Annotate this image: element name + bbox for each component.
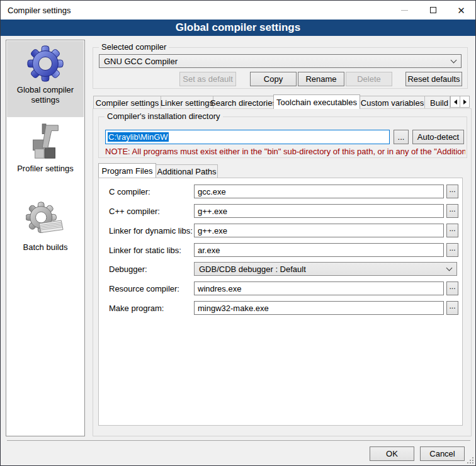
- cancel-button[interactable]: Cancel: [420, 446, 465, 461]
- c-compiler-label: C compiler:: [109, 187, 150, 196]
- caliper-icon: [26, 123, 65, 162]
- dialog-banner: Global compiler settings: [1, 20, 475, 36]
- blue-gear-icon: [26, 44, 65, 83]
- installation-directory-group: Compiler's installation directory C:\ray…: [98, 116, 467, 158]
- installation-directory-input[interactable]: C:\raylib\MinGW: [105, 130, 390, 144]
- cpp-compiler-input[interactable]: [194, 204, 444, 218]
- resource-compiler-browse-button[interactable]: ...: [446, 281, 458, 295]
- selected-path-text: C:\raylib\MinGW: [108, 132, 169, 142]
- program-files-tabs: Program Files Additional Paths: [98, 163, 217, 178]
- resource-compiler-input[interactable]: [194, 281, 444, 295]
- reset-defaults-button[interactable]: Reset defaults: [405, 72, 462, 86]
- footer-divider: [7, 440, 470, 441]
- compiler-select-value: GNU GCC Compiler: [104, 57, 451, 66]
- maximize-button[interactable]: [419, 1, 447, 20]
- tab-scroll-buttons: [451, 96, 470, 108]
- title-bar[interactable]: Compiler settings ✕: [1, 1, 475, 20]
- settings-category-list: Global compiler settings Profiler settin…: [6, 40, 85, 436]
- rename-button[interactable]: Rename: [298, 72, 344, 86]
- arrow-left-icon: [454, 99, 457, 105]
- close-icon: ✕: [457, 6, 465, 15]
- arrow-right-icon: [463, 99, 467, 105]
- tab-program-files[interactable]: Program Files: [98, 163, 156, 178]
- tab-compiler-settings[interactable]: Compiler settings: [93, 96, 161, 109]
- make-program-browse-button[interactable]: ...: [446, 301, 458, 315]
- linker-dynamic-browse-button[interactable]: ...: [446, 224, 458, 237]
- tab-toolchain-executables[interactable]: Toolchain executables: [273, 94, 360, 109]
- compiler-options-tabs: Compiler settings Linker settings Search…: [93, 94, 470, 109]
- chevron-down-icon: [446, 264, 453, 271]
- sidebar-item-profiler-settings[interactable]: Profiler settings: [7, 123, 84, 174]
- debugger-select-value: GDB/CDB debugger : Default: [199, 264, 447, 274]
- resize-grip[interactable]: [467, 457, 474, 464]
- tab-scroll-right-button[interactable]: [460, 96, 470, 108]
- c-compiler-browse-button[interactable]: ...: [446, 185, 458, 198]
- compiler-select[interactable]: GNU GCC Compiler: [99, 54, 462, 68]
- titlebar-buttons: ✕: [390, 1, 475, 20]
- resource-compiler-label: Resource compiler:: [109, 284, 179, 293]
- linker-static-label: Linker for static libs:: [109, 246, 181, 255]
- compiler-settings-dialog: Compiler settings ✕ Global compiler sett…: [0, 0, 476, 466]
- cpp-compiler-browse-button[interactable]: ...: [446, 204, 458, 218]
- minimize-button: [390, 1, 419, 20]
- tab-scroll-left-button[interactable]: [450, 96, 460, 108]
- maximize-icon: [430, 7, 436, 13]
- minimize-icon: [401, 10, 408, 11]
- tab-linker-settings[interactable]: Linker settings: [161, 96, 213, 109]
- linker-static-input[interactable]: [194, 243, 444, 257]
- toolchain-executables-page: Compiler's installation directory C:\ray…: [93, 108, 472, 436]
- sidebar-item-label: Batch builds: [7, 242, 84, 253]
- tab-build-options[interactable]: Build: [424, 96, 450, 109]
- bin-subdirectory-note: NOTE: All programs must exist either in …: [105, 147, 465, 156]
- tab-additional-paths[interactable]: Additional Paths: [156, 164, 218, 178]
- debugger-select[interactable]: GDB/CDB debugger : Default: [194, 262, 457, 276]
- set-as-default-button: Set as default: [179, 72, 236, 86]
- selected-compiler-group: Selected compiler GNU GCC Compiler Set a…: [93, 47, 468, 89]
- chevron-down-icon: [451, 57, 457, 63]
- linker-static-browse-button[interactable]: ...: [446, 243, 458, 257]
- banner-title: Global compiler settings: [176, 21, 300, 34]
- copy-button[interactable]: Copy: [250, 72, 297, 86]
- sidebar-item-label: Global compiler settings: [14, 85, 77, 106]
- make-program-input[interactable]: [194, 301, 444, 315]
- linker-dynamic-input[interactable]: [194, 224, 444, 237]
- program-files-page: C compiler: ... C++ compiler: ... Linker…: [98, 178, 463, 426]
- tab-search-directories[interactable]: Search directories: [213, 96, 274, 109]
- close-button[interactable]: ✕: [447, 1, 475, 20]
- sidebar-item-global-compiler-settings[interactable]: Global compiler settings: [7, 44, 84, 106]
- sidebar-item-batch-builds[interactable]: Batch builds: [7, 202, 84, 253]
- browse-directory-button[interactable]: ...: [394, 130, 409, 144]
- cpp-compiler-label: C++ compiler:: [109, 207, 160, 216]
- debugger-label: Debugger:: [109, 264, 147, 274]
- group-label: Compiler's installation directory: [105, 111, 223, 121]
- group-label: Selected compiler: [99, 42, 169, 52]
- gray-gear-papers-icon: [26, 202, 65, 241]
- ok-button[interactable]: OK: [370, 446, 414, 461]
- auto-detect-button[interactable]: Auto-detect: [412, 130, 464, 144]
- make-program-label: Make program:: [109, 304, 164, 313]
- delete-button: Delete: [346, 72, 392, 86]
- c-compiler-input[interactable]: [194, 185, 444, 198]
- sidebar-item-label: Profiler settings: [7, 164, 84, 174]
- tab-custom-variables[interactable]: Custom variables: [360, 96, 425, 109]
- linker-dynamic-label: Linker for dynamic libs:: [109, 226, 193, 236]
- window-title: Compiler settings: [8, 6, 71, 15]
